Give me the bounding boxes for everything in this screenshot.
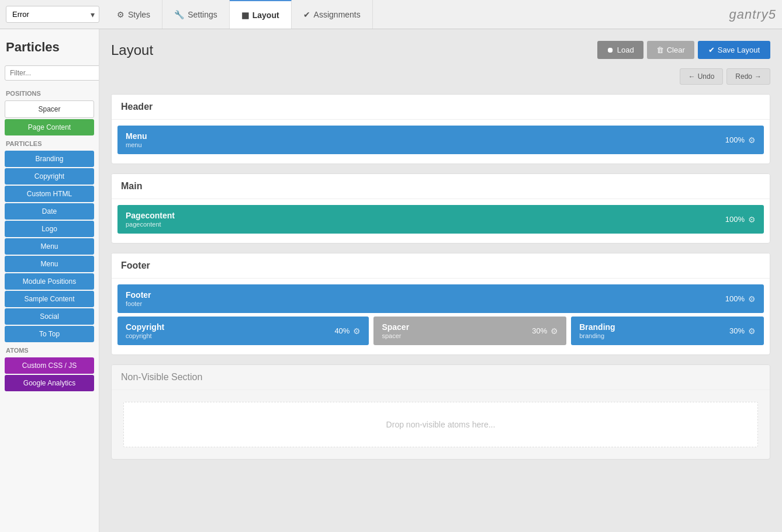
sidebar-item-date[interactable]: Date — [5, 203, 94, 220]
tab-assignments[interactable]: ✔ Assignments — [292, 0, 373, 29]
block-left: Spacer spacer — [382, 322, 409, 339]
block-right: 100% ⚙ — [725, 294, 756, 304]
block-row: Pagecontent pagecontent 100% ⚙ — [117, 205, 764, 234]
outline-select-wrapper: Error — [6, 6, 99, 23]
sidebar-item-social[interactable]: Social — [5, 308, 94, 325]
sidebar-item-page-content[interactable]: Page Content — [5, 119, 94, 135]
block-menu[interactable]: Menu menu 100% ⚙ — [117, 126, 764, 154]
sidebar-item-spacer[interactable]: Spacer — [5, 100, 94, 118]
block-right: 40% ⚙ — [334, 326, 361, 336]
app-logo: gantry5 — [729, 7, 776, 22]
sidebar-item-menu-2[interactable]: Menu — [5, 256, 94, 272]
tab-layout[interactable]: ▦ Layout — [230, 0, 292, 29]
check-icon: ✔ — [708, 46, 715, 54]
section-label-positions: Positions — [0, 86, 99, 99]
outline-select[interactable]: Error — [6, 6, 99, 23]
section-body-header: Menu menu 100% ⚙ — [112, 120, 770, 164]
content-area: Layout ⏺ Load 🗑 Clear ✔ Save Layout ← — [99, 29, 782, 532]
load-button[interactable]: ⏺ Load — [597, 41, 643, 59]
section-body-footer: Footer footer 100% ⚙ Copyright — [112, 279, 770, 354]
undo-icon: ← — [688, 72, 696, 81]
sidebar-item-copyright[interactable]: Copyright — [5, 168, 94, 185]
action-buttons: ⏺ Load 🗑 Clear ✔ Save Layout — [597, 41, 770, 59]
tab-settings[interactable]: 🔧 Settings — [162, 0, 230, 29]
sidebar-item-google-analytics[interactable]: Google Analytics — [5, 375, 94, 391]
drop-zone[interactable]: Drop non-visible atoms here... — [123, 402, 758, 447]
tab-settings-label: Settings — [188, 10, 217, 19]
redo-icon: → — [755, 72, 762, 81]
search-input[interactable] — [5, 65, 99, 81]
block-copyright[interactable]: Copyright copyright 40% ⚙ — [117, 317, 369, 345]
layout-icon: ▦ — [241, 11, 249, 20]
block-left: Footer footer — [126, 290, 151, 307]
sidebar-item-custom-css-js[interactable]: Custom CSS / JS — [5, 357, 94, 374]
filter-row: 🔍 — [0, 63, 99, 86]
non-visible-section: Non-Visible Section Drop non-visible ato… — [111, 364, 770, 460]
sidebar-item-module-positions[interactable]: Module Positions — [5, 273, 94, 290]
sidebar-item-branding[interactable]: Branding — [5, 151, 94, 167]
tab-styles[interactable]: ⚙ Styles — [105, 0, 162, 29]
block-left: Pagecontent pagecontent — [126, 211, 175, 228]
gear-icon[interactable]: ⚙ — [748, 294, 756, 304]
block-left: Menu menu — [126, 131, 147, 148]
layout-section-main: Main Pagecontent pagecontent 100% ⚙ — [111, 173, 770, 244]
sidebar-item-sample-content[interactable]: Sample Content — [5, 291, 94, 307]
undo-button[interactable]: ← Undo — [680, 68, 724, 85]
layout-section-header: Header Menu menu 100% ⚙ — [111, 94, 770, 164]
main-container: Particles 🔍 Positions Spacer Page Conten… — [0, 29, 782, 532]
sidebar-item-logo[interactable]: Logo — [5, 221, 94, 237]
section-body-main: Pagecontent pagecontent 100% ⚙ — [112, 199, 770, 243]
assignments-icon: ✔ — [303, 10, 310, 19]
block-left: Branding branding — [579, 322, 615, 339]
page-title: Layout — [111, 42, 153, 58]
tab-layout-label: Layout — [252, 11, 279, 20]
gear-icon[interactable]: ⚙ — [748, 215, 756, 224]
block-footer[interactable]: Footer footer 100% ⚙ — [117, 284, 764, 313]
load-icon: ⏺ — [607, 46, 614, 54]
section-label-atoms: Atoms — [0, 343, 99, 356]
non-visible-header: Non-Visible Section — [112, 365, 770, 390]
undo-redo-row: ← Undo Redo → — [111, 68, 770, 85]
settings-icon: 🔧 — [174, 10, 184, 19]
non-visible-body: Drop non-visible atoms here... — [112, 390, 770, 459]
sidebar-title: Particles — [0, 35, 99, 63]
save-layout-button[interactable]: ✔ Save Layout — [698, 41, 770, 59]
block-right: 100% ⚙ — [725, 135, 756, 145]
block-spacer[interactable]: Spacer spacer 30% ⚙ — [373, 317, 566, 345]
redo-button[interactable]: Redo → — [726, 68, 770, 85]
gear-icon[interactable]: ⚙ — [353, 326, 361, 336]
block-right: 30% ⚙ — [729, 326, 756, 336]
block-row-footer: Footer footer 100% ⚙ — [117, 284, 764, 313]
sidebar: Particles 🔍 Positions Spacer Page Conten… — [0, 29, 99, 532]
sidebar-item-custom-html[interactable]: Custom HTML — [5, 186, 94, 202]
block-right: 100% ⚙ — [725, 215, 756, 224]
gear-icon[interactable]: ⚙ — [551, 326, 558, 336]
sidebar-item-to-top[interactable]: To Top — [5, 326, 94, 342]
section-header-main: Main — [112, 174, 770, 199]
tab-assignments-label: Assignments — [314, 10, 361, 19]
block-right: 30% ⚙ — [532, 326, 558, 336]
section-header-footer: Footer — [112, 253, 770, 279]
block-row-footer-sub: Copyright copyright 40% ⚙ Spacer spacer — [117, 317, 764, 345]
sidebar-item-menu-1[interactable]: Menu — [5, 238, 94, 255]
top-nav: Error ⚙ Styles 🔧 Settings ▦ Layout ✔ Ass… — [0, 0, 782, 29]
block-row: Menu menu 100% ⚙ — [117, 126, 764, 154]
content-header: Layout ⏺ Load 🗑 Clear ✔ Save Layout — [111, 41, 770, 59]
layout-section-footer: Footer Footer footer 100% ⚙ — [111, 253, 770, 355]
gear-icon[interactable]: ⚙ — [748, 326, 756, 336]
block-pagecontent[interactable]: Pagecontent pagecontent 100% ⚙ — [117, 205, 764, 234]
block-left: Copyright copyright — [126, 322, 164, 339]
trash-icon: 🗑 — [656, 46, 664, 54]
tab-styles-label: Styles — [128, 10, 150, 19]
nav-tabs: ⚙ Styles 🔧 Settings ▦ Layout ✔ Assignmen… — [105, 0, 373, 29]
clear-button[interactable]: 🗑 Clear — [647, 41, 694, 59]
gear-icon[interactable]: ⚙ — [748, 135, 756, 145]
section-header-header: Header — [112, 95, 770, 120]
styles-icon: ⚙ — [117, 10, 124, 19]
section-label-particles: Particles — [0, 137, 99, 149]
block-branding[interactable]: Branding branding 30% ⚙ — [571, 317, 764, 345]
